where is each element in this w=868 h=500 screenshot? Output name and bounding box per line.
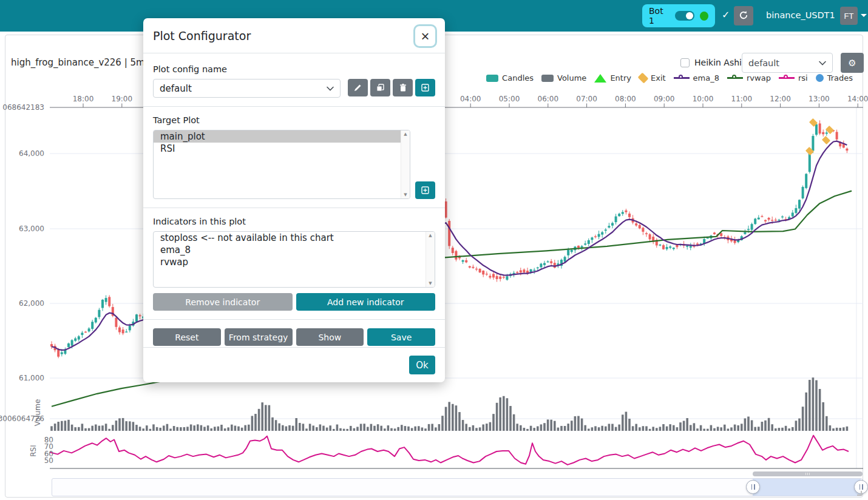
- indicators-label: Indicators in this plot: [153, 217, 435, 226]
- refresh-button[interactable]: [734, 6, 753, 25]
- duplicate-config-button[interactable]: [370, 79, 390, 96]
- volume-bar: [288, 425, 291, 431]
- datazoom-scrollbar-thumb[interactable]: [753, 471, 863, 476]
- volume-bar: [577, 416, 580, 431]
- volume-bar: [227, 427, 229, 431]
- volume-bar: [166, 424, 169, 431]
- volume-bar: [632, 426, 634, 431]
- volume-bar: [462, 420, 464, 431]
- list-item[interactable]: rvwap: [154, 256, 426, 268]
- bot-selector[interactable]: Bot 1: [642, 4, 715, 27]
- volume-bar: [373, 426, 376, 431]
- indicators-list[interactable]: stoploss <-- not available in this chart…: [153, 231, 435, 288]
- candle: [122, 329, 124, 333]
- config-name-select[interactable]: default: [153, 79, 341, 98]
- list-item[interactable]: RSI: [154, 143, 401, 155]
- close-icon: ×: [421, 28, 429, 44]
- datazoom-selected-window[interactable]: [753, 479, 861, 496]
- volume-bar: [458, 412, 461, 431]
- bot-toggle[interactable]: [675, 11, 694, 21]
- resize-corner-icon: [857, 491, 862, 496]
- delete-config-button[interactable]: [393, 79, 413, 96]
- candle: [98, 310, 100, 317]
- candle: [798, 200, 801, 208]
- volume-bar: [122, 418, 124, 431]
- ok-button[interactable]: Ok: [409, 356, 435, 374]
- volume-bar: [594, 426, 597, 431]
- scroll-down-icon[interactable]: ▼: [404, 192, 407, 197]
- add-plot-button[interactable]: [415, 181, 435, 199]
- volume-bar: [54, 424, 56, 431]
- candle: [625, 211, 627, 212]
- scroll-up-icon[interactable]: ▲: [404, 132, 407, 137]
- volume-bar: [554, 421, 556, 431]
- volume-bar: [571, 421, 573, 431]
- volume-bar: [509, 406, 512, 431]
- list-item[interactable]: stoploss <-- not available in this chart: [154, 232, 426, 244]
- volume-bar: [768, 418, 770, 431]
- refresh-icon: [739, 10, 748, 20]
- list-item[interactable]: main_plot: [154, 130, 401, 143]
- volume-pane-label: Volume: [33, 399, 42, 427]
- time-axis-label: 05:00: [499, 95, 520, 103]
- volume-bar: [771, 424, 773, 431]
- list-item[interactable]: ema_8: [154, 244, 426, 256]
- volume-bar: [832, 428, 835, 431]
- volume-bar: [57, 422, 59, 431]
- save-button[interactable]: Save: [367, 328, 435, 346]
- candle: [645, 233, 648, 234]
- candle: [496, 276, 498, 279]
- volume-bar: [353, 428, 356, 431]
- volume-bar: [299, 423, 301, 431]
- rename-config-button[interactable]: [348, 79, 368, 96]
- time-axis-label: 12:00: [770, 95, 791, 103]
- candle: [472, 267, 474, 268]
- candle: [105, 298, 107, 302]
- volume-bar: [520, 425, 522, 431]
- scroll-down-icon[interactable]: ▼: [429, 281, 432, 286]
- candle: [67, 343, 70, 347]
- candle: [761, 216, 763, 217]
- volume-bar: [781, 428, 784, 431]
- list-scrollbar[interactable]: ▲ ▼: [401, 130, 410, 198]
- candle: [781, 217, 784, 217]
- list-scrollbar[interactable]: ▲ ▼: [426, 232, 435, 287]
- candle: [108, 297, 110, 306]
- volume-bar: [547, 419, 549, 431]
- candle: [537, 268, 539, 268]
- volume-bar: [526, 429, 529, 431]
- datazoom-left-handle[interactable]: [746, 480, 760, 494]
- add-config-button[interactable]: [415, 79, 435, 96]
- candle: [666, 247, 668, 249]
- bot-name-label: Bot 1: [649, 6, 670, 25]
- rsi-line: [50, 436, 849, 465]
- close-button[interactable]: ×: [413, 24, 437, 48]
- candle: [605, 229, 607, 231]
- candle: [540, 264, 542, 268]
- reset-button[interactable]: Reset: [153, 328, 221, 346]
- candle: [805, 174, 807, 188]
- volume-bar: [343, 429, 345, 431]
- user-menu-caret-icon[interactable]: [861, 14, 867, 17]
- price-axis-label: 068642183: [2, 103, 44, 112]
- remove-indicator-button[interactable]: Remove indicator: [153, 293, 293, 311]
- volume-bar: [258, 409, 260, 431]
- volume-bar: [424, 428, 427, 431]
- volume-bar: [482, 424, 484, 431]
- candle: [690, 246, 692, 247]
- add-new-indicator-button[interactable]: Add new indicator: [296, 293, 436, 311]
- volume-bar: [537, 426, 539, 431]
- time-axis-label: 07:00: [576, 95, 597, 103]
- datazoom-slider[interactable]: [52, 478, 863, 496]
- time-axis-label: 08:00: [615, 95, 636, 103]
- volume-bar: [285, 427, 288, 431]
- volume-bar: [788, 428, 790, 431]
- show-button[interactable]: Show: [296, 328, 364, 346]
- volume-bar: [418, 426, 420, 431]
- target-plot-row: main_plotRSI ▲ ▼: [153, 130, 435, 199]
- from-strategy-button[interactable]: From strategy: [225, 328, 293, 346]
- target-plot-list[interactable]: main_plotRSI ▲ ▼: [153, 130, 410, 199]
- scroll-up-icon[interactable]: ▲: [429, 233, 432, 238]
- user-avatar[interactable]: FT: [840, 7, 858, 25]
- volume-bar: [588, 428, 590, 431]
